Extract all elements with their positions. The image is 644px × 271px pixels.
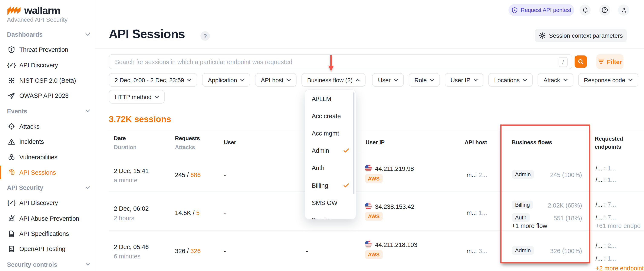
dropdown-option-sms-gw[interactable]: SMS GW [305,194,356,211]
chevron-down-icon [430,78,434,81]
dropdown-option-acc-mgmt[interactable]: Acc mgmt [305,125,356,142]
dropdown-option-billing[interactable]: Billing [305,176,356,194]
request-api-pentest-button[interactable]: Request API pentest [508,4,574,16]
dropdown-option-admin[interactable]: Admin [305,142,356,159]
page-help-icon[interactable]: ? [200,31,210,41]
chevron-down-icon [474,78,478,81]
dropdown-option-ai-llm[interactable]: AI/LLM [305,90,356,107]
filter-button[interactable]: Filter [596,54,623,69]
book-check-icon [8,245,15,253]
document-icon [8,230,15,237]
endpoint-line: /... : 7... [596,201,616,208]
chevron-down-icon [628,78,632,81]
filter-chip-business-flow[interactable]: Business flow (2) [302,73,366,87]
chevron-down-icon [394,78,398,81]
filter-chip-response-code[interactable]: Response code [578,73,638,87]
col-header-requests[interactable]: Requests [175,135,200,141]
attacks-count: 5 [196,209,200,216]
col-header-requested-endpoints[interactable]: Requested [595,136,623,142]
filter-chip-attack[interactable]: Attack [538,73,573,87]
sidebar-item-api-discovery[interactable]: {✓} API Discovery [0,57,95,73]
sidebar-section-dashboards[interactable]: Dashboards [0,27,95,42]
dropdown-scrollbar[interactable] [353,92,354,194]
notifications-button[interactable] [580,4,590,16]
chevron-down-icon [563,78,567,81]
row-divider [109,192,644,192]
col-header-requested-endpoints-2[interactable]: endpoints [595,144,621,150]
search-button[interactable] [574,56,587,68]
sidebar-item-incidents[interactable]: Incidents [0,134,95,149]
braces-check-icon: {✓} [8,199,15,207]
business-flow-chip: Billing [512,200,533,209]
wallarm-logo-icon [7,5,21,16]
chevron-down-icon [287,78,291,81]
filter-chip-http-method[interactable]: HTTP method [109,90,164,104]
col-header-date[interactable]: Date [114,135,126,141]
sidebar-section-events[interactable]: Events [0,103,95,119]
sidebar-item-threat-prevention[interactable]: Threat Prevention [0,42,95,57]
sidebar-item-attacks[interactable]: Attacks [0,119,95,134]
filter-chip-api-host[interactable]: API host [255,73,296,87]
more-endpoints-link[interactable]: +61 more endpo [596,222,644,229]
dropdown-option-auth[interactable]: Auth [305,159,356,176]
us-flag-icon [365,202,372,210]
api-host-value: m..: 1... [438,209,487,216]
more-endpoints-link[interactable]: +2 more endpoint [596,264,644,271]
sidebar-item-api-discovery-2[interactable]: {✓} API Discovery [0,195,95,211]
endpoint-line: /... : 1... [596,165,616,172]
business-flow-value: 2.02K (65%) [537,202,582,209]
session-search-input[interactable] [115,58,555,65]
endpoint-line: /... : 1... [596,176,616,183]
col-header-user[interactable]: User [224,139,236,146]
sidebar-item-vulnerabilities[interactable]: Vulnerabilities [0,149,95,165]
business-flow-chip: Admin [512,246,534,254]
col-header-api-host[interactable]: API host [438,139,487,146]
chevron-down-icon [86,33,90,36]
user-ip-value: 44.211.218.103 [375,241,418,248]
help-button[interactable] [599,4,610,16]
sidebar-item-nist-csf[interactable]: NIST CSF 2.0 (Beta) [0,73,95,88]
filter-chip-user[interactable]: User [372,73,404,87]
chevron-down-icon [240,78,244,81]
requests-attacks: 245 / 686 [175,171,201,178]
filter-chip-application[interactable]: Application [202,73,250,87]
col-header-user-ip[interactable]: User IP [366,139,384,146]
brand-subtitle: Advanced API Security [7,16,68,23]
role-value: - [306,247,308,254]
sidebar-item-api-abuse-prevention[interactable]: API Abuse Prevention [0,211,95,226]
account-button[interactable] [618,4,629,16]
col-header-attacks[interactable]: Attacks [175,144,195,150]
user-ip-value: 34.238.153.42 [375,203,414,210]
brand-logo[interactable]: wallarm [7,4,60,16]
business-flow-value: 245 (100%) [537,171,582,178]
filter-chip-locations[interactable]: Locations [488,73,532,87]
session-duration: a minute [114,176,137,184]
sidebar-item-api-sessions[interactable]: API Sessions [0,165,95,180]
requests-attacks: 14.5K / 5 [175,209,200,216]
braces-check-icon: {✓} [8,61,15,69]
filter-chip-date-range[interactable]: 2 Dec, 0:00 - 2 Dec, 23:59 [109,73,197,87]
header-divider [95,48,644,49]
col-header-duration[interactable]: Duration [114,144,136,150]
filter-chip-user-ip[interactable]: User IP [445,73,484,87]
brand-wordmark: wallarm [24,4,60,16]
sidebar-item-owasp-api[interactable]: OWASP API 2023 [0,88,95,103]
dropdown-option-service[interactable]: Service [305,211,356,220]
sidebar-section-security-controls[interactable]: Security controls [0,256,95,271]
session-context-parameters-button[interactable]: Session context parameters [535,29,627,42]
sessions-count: 3.72K sessions [109,114,171,124]
biohazard-icon [8,153,15,161]
table-header-top-line [109,130,644,131]
check-icon [343,148,349,153]
col-header-business-flows[interactable]: Business flows [512,139,552,146]
bot-crossed-icon [8,214,15,222]
more-flows-link[interactable]: +1 more flow [512,222,547,229]
dropdown-option-acc-create[interactable]: Acc create [305,108,356,125]
attacks-count: 326 [190,247,200,254]
sidebar-section-api-security[interactable]: API Security [0,180,95,195]
sidebar-item-api-specifications[interactable]: API Specifications [0,226,95,241]
filter-chip-role[interactable]: Role [409,73,440,87]
sidebar-item-openapi-testing[interactable]: OpenAPI Testing [0,241,95,256]
endpoint-line: /... : 1... [596,255,616,262]
user-value: - [224,171,226,178]
